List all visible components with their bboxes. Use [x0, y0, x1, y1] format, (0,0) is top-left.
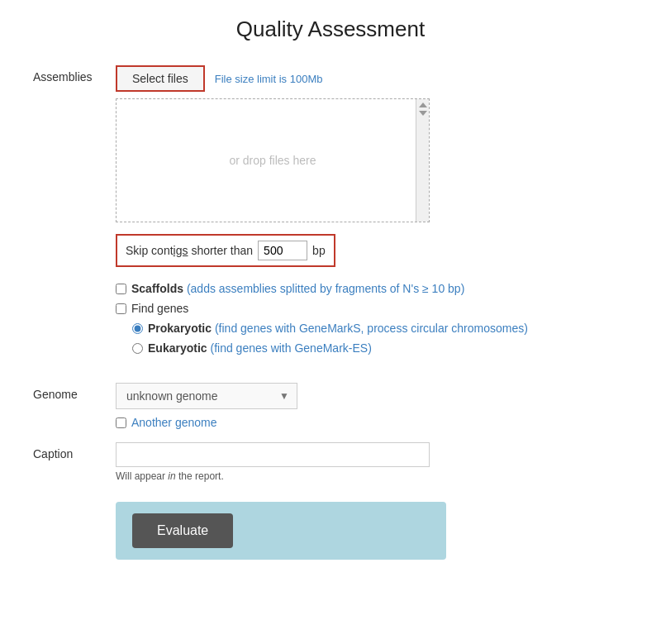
genome-content: unknown genome Homo sapiens Mus musculus… [116, 383, 628, 429]
scaffolds-checkbox[interactable] [116, 284, 126, 294]
eukaryotic-label[interactable]: Eukaryotic (find genes with GeneMark-ES) [148, 341, 372, 355]
skip-contigs-label: Skip contigs shorter than [126, 244, 253, 257]
find-genes-label[interactable]: Find genes [131, 302, 188, 315]
skip-contigs-input[interactable]: 500 [258, 241, 307, 260]
scaffolds-label[interactable]: Scaffolds (adds assemblies splitted by f… [131, 282, 464, 295]
options-section: Scaffolds (adds assemblies splitted by f… [116, 282, 628, 355]
scrollbar[interactable] [416, 99, 429, 222]
assemblies-row: Assemblies Select files File size limit … [33, 65, 628, 370]
assemblies-label: Assemblies [33, 65, 116, 83]
evaluate-button[interactable]: Evaluate [132, 513, 233, 548]
genome-row: Genome unknown genome Homo sapiens Mus m… [33, 383, 628, 429]
genome-select[interactable]: unknown genome Homo sapiens Mus musculus… [116, 383, 297, 409]
drop-zone[interactable]: or drop files here [116, 98, 430, 222]
eukaryotic-radio[interactable] [132, 343, 143, 354]
evaluate-section: Evaluate [116, 502, 446, 560]
prokaryotic-label[interactable]: Prokaryotic (find genes with GeneMarkS, … [148, 322, 528, 335]
find-genes-checkbox[interactable] [116, 303, 126, 314]
prokaryotic-option-row: Prokaryotic (find genes with GeneMarkS, … [132, 322, 628, 335]
skip-contigs-row: Skip contigs shorter than 500 bp [116, 234, 335, 267]
another-genome-link[interactable]: Another genome [131, 416, 217, 429]
skip-bp-label: bp [312, 244, 326, 257]
drop-placeholder: or drop files here [229, 154, 316, 167]
scaffolds-option-row: Scaffolds (adds assemblies splitted by f… [116, 282, 628, 295]
prokaryotic-radio[interactable] [132, 323, 143, 334]
scrollbar-up-arrow[interactable] [419, 103, 427, 107]
assemblies-content: Select files File size limit is 100Mb or… [116, 65, 628, 370]
caption-row: Caption Will appear in the report. [33, 442, 628, 482]
caption-input[interactable] [116, 442, 430, 467]
find-genes-option-row: Find genes [116, 302, 628, 315]
file-size-note: File size limit is 100Mb [215, 73, 323, 85]
genome-select-wrapper: unknown genome Homo sapiens Mus musculus… [116, 383, 297, 409]
caption-label: Caption [33, 442, 116, 460]
evaluate-section-wrapper: Evaluate [116, 502, 628, 560]
assemblies-top: Select files File size limit is 100Mb [116, 65, 628, 92]
eukaryotic-option-row: Eukaryotic (find genes with GeneMark-ES) [132, 341, 628, 355]
page-title: Quality Assessment [33, 17, 628, 42]
caption-note: Will appear in the report. [116, 470, 628, 482]
scrollbar-down-arrow[interactable] [419, 111, 427, 116]
another-genome-checkbox[interactable] [116, 417, 126, 428]
select-files-button[interactable]: Select files [116, 65, 205, 92]
another-genome-row: Another genome [116, 416, 628, 429]
caption-content: Will appear in the report. [116, 442, 628, 482]
genome-label: Genome [33, 383, 116, 401]
